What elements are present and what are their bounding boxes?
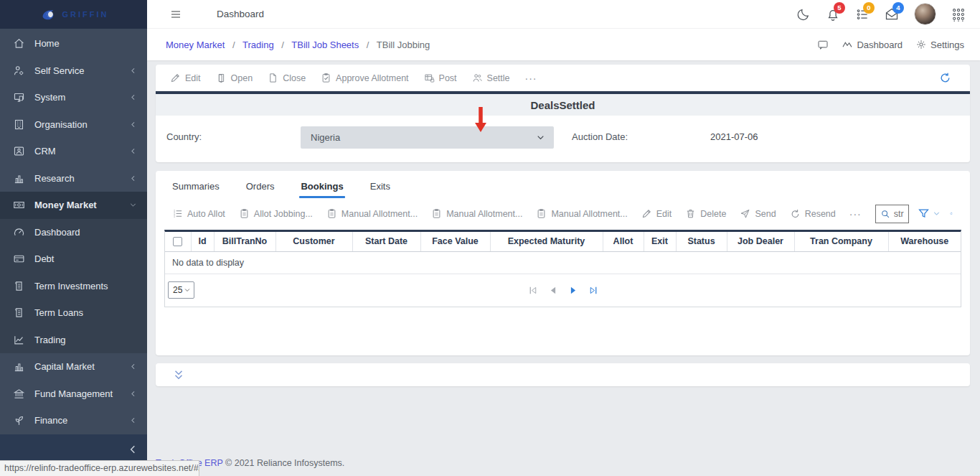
sidebar-item-term-loans[interactable]: Term Loans bbox=[0, 299, 147, 327]
select-all-checkbox[interactable] bbox=[173, 237, 182, 246]
user-avatar[interactable] bbox=[914, 3, 936, 25]
auto-allot-label: Auto Allot bbox=[187, 209, 225, 219]
breadcrumb-link-tbill-job-sheets[interactable]: TBill Job Sheets bbox=[291, 39, 359, 50]
post-label: Post bbox=[439, 73, 457, 83]
column-header-warehouse[interactable]: Warehouse bbox=[888, 232, 961, 251]
edit-button[interactable]: Edit bbox=[170, 73, 201, 83]
settle-button[interactable]: Settle bbox=[472, 73, 510, 83]
column-header-start-date[interactable]: Start Date bbox=[352, 232, 420, 251]
scroll-icon bbox=[13, 280, 25, 292]
delete-button[interactable]: Delete bbox=[685, 208, 726, 219]
sidebar-item-money-market[interactable]: Money Market bbox=[0, 192, 147, 219]
toolbar-overflow-button[interactable]: ··· bbox=[525, 73, 537, 84]
column-header-expected-maturity[interactable]: Expected Maturity bbox=[490, 232, 603, 251]
notifications-button[interactable]: 5 bbox=[826, 7, 840, 22]
send-button[interactable]: Send bbox=[740, 208, 776, 219]
feedback-button[interactable] bbox=[817, 39, 829, 50]
pagination-next-button[interactable] bbox=[567, 285, 578, 296]
send-icon bbox=[740, 208, 750, 219]
manual-allotment-button-1[interactable]: Manual Allotment... bbox=[326, 208, 418, 219]
browser-status-url: https://relinfo-tradeoffice-erp.azureweb… bbox=[0, 460, 199, 476]
home-icon bbox=[13, 37, 25, 50]
sidebar-item-home[interactable]: Home bbox=[0, 30, 147, 57]
tab-bookings[interactable]: Bookings bbox=[301, 181, 343, 198]
close-button[interactable]: Close bbox=[268, 73, 306, 83]
search-input[interactable] bbox=[894, 209, 904, 219]
tab-orders[interactable]: Orders bbox=[246, 181, 275, 198]
tasks-button[interactable]: 0 bbox=[855, 7, 870, 22]
page-size-select[interactable]: 25 bbox=[168, 281, 194, 299]
sidebar-item-finance[interactable]: Finance bbox=[0, 407, 147, 434]
messages-button[interactable]: 4 bbox=[885, 7, 899, 22]
allot-jobbing-button[interactable]: Allot Jobbing... bbox=[239, 208, 313, 219]
app-window: GRIFFIN Home Self Service System Organis… bbox=[0, 0, 980, 476]
column-header-status[interactable]: Status bbox=[676, 232, 727, 251]
sidebar-item-system[interactable]: System bbox=[0, 84, 147, 111]
manual-allotment-label: Manual Allotment... bbox=[551, 209, 627, 219]
pagination-prev-button[interactable] bbox=[547, 285, 558, 296]
deals-form: Country: Nigeria Auction Date: 2021-07-0… bbox=[156, 116, 970, 162]
refresh-icon[interactable] bbox=[939, 72, 951, 84]
column-header-id[interactable]: Id bbox=[191, 232, 214, 251]
grid-edit-button[interactable]: Edit bbox=[641, 208, 672, 219]
grid-toolbar-overflow-button[interactable]: ··· bbox=[849, 208, 862, 220]
hamburger-menu-icon[interactable] bbox=[169, 9, 183, 20]
filter-button[interactable] bbox=[918, 207, 941, 220]
clipboard-icon bbox=[326, 208, 337, 219]
dark-mode-button[interactable] bbox=[796, 7, 811, 22]
resend-button[interactable]: Resend bbox=[790, 208, 836, 219]
breadcrumb-separator: / bbox=[367, 39, 369, 50]
bookings-grid: Id BillTranNo Customer Start Date Face V… bbox=[164, 230, 961, 307]
page-title: Dashboard bbox=[217, 9, 264, 19]
breadcrumb-link-money-market[interactable]: Money Market bbox=[166, 39, 225, 50]
panel-title-strip: DealsSettled bbox=[156, 94, 970, 116]
grid-refresh-icon[interactable] bbox=[950, 207, 953, 220]
settings-link[interactable]: Settings bbox=[915, 39, 964, 50]
select-all-header bbox=[165, 232, 191, 251]
column-header-face-value[interactable]: Face Value bbox=[420, 232, 490, 251]
dashboard-link[interactable]: Dashboard bbox=[842, 39, 903, 50]
sidebar-item-debt[interactable]: Debt bbox=[0, 246, 147, 273]
manual-allotment-button-3[interactable]: Manual Allotment... bbox=[536, 208, 627, 219]
approve-allotment-button[interactable]: Approve Allotment bbox=[321, 73, 408, 83]
column-header-allot[interactable]: Allot bbox=[603, 232, 644, 251]
sidebar-item-capital-market[interactable]: Capital Market bbox=[0, 353, 147, 381]
gear-icon bbox=[915, 39, 927, 50]
sidebar-item-research[interactable]: Research bbox=[0, 165, 147, 192]
sidebar-item-self-service[interactable]: Self Service bbox=[0, 57, 147, 85]
chevron-left-icon bbox=[129, 93, 137, 101]
pagination-first-button[interactable] bbox=[527, 285, 538, 296]
sidebar-collapse-icon[interactable] bbox=[127, 444, 138, 455]
double-chevron-down-icon[interactable] bbox=[172, 368, 185, 381]
sidebar-item-trading[interactable]: Trading bbox=[0, 327, 147, 354]
tab-exits[interactable]: Exits bbox=[370, 181, 390, 198]
apps-menu-button[interactable] bbox=[951, 7, 966, 22]
sidebar-item-organisation[interactable]: Organisation bbox=[0, 111, 147, 139]
pagination-last-button[interactable] bbox=[588, 285, 598, 296]
sidebar-logo[interactable]: GRIFFIN bbox=[0, 0, 147, 29]
post-button[interactable]: Post bbox=[424, 73, 457, 83]
column-header-billtranno[interactable]: BillTranNo bbox=[214, 232, 275, 251]
table-lock-icon bbox=[424, 73, 435, 83]
sidebar-item-fund-management[interactable]: Fund Management bbox=[0, 381, 147, 408]
bar-chart-icon bbox=[13, 172, 25, 185]
auction-date-value: 2021-07-06 bbox=[710, 131, 758, 142]
breadcrumb-link-trading[interactable]: Trading bbox=[242, 39, 274, 50]
manual-allotment-button-2[interactable]: Manual Allotment... bbox=[431, 208, 522, 219]
column-header-tran-company[interactable]: Tran Company bbox=[794, 232, 888, 251]
column-header-customer[interactable]: Customer bbox=[275, 232, 352, 251]
tab-summaries[interactable]: Summaries bbox=[172, 181, 220, 198]
sidebar-item-dashboard[interactable]: Dashboard bbox=[0, 219, 147, 246]
sidebar-item-term-investments[interactable]: Term Investments bbox=[0, 273, 147, 300]
open-button[interactable]: Open bbox=[216, 73, 253, 83]
pagination-nav bbox=[527, 285, 598, 296]
column-header-exit[interactable]: Exit bbox=[644, 232, 676, 251]
auto-allot-button[interactable]: Auto Allot bbox=[172, 208, 225, 219]
sidebar-item-crm[interactable]: CRM bbox=[0, 138, 147, 165]
chevron-down-icon bbox=[933, 210, 941, 218]
file-icon bbox=[268, 73, 278, 83]
column-header-job-dealer[interactable]: Job Dealer bbox=[727, 232, 794, 251]
clipboard-icon bbox=[239, 208, 250, 219]
country-select[interactable]: Nigeria bbox=[301, 126, 554, 149]
breadcrumb-bar: Money Market / Trading / TBill Job Sheet… bbox=[147, 29, 980, 60]
